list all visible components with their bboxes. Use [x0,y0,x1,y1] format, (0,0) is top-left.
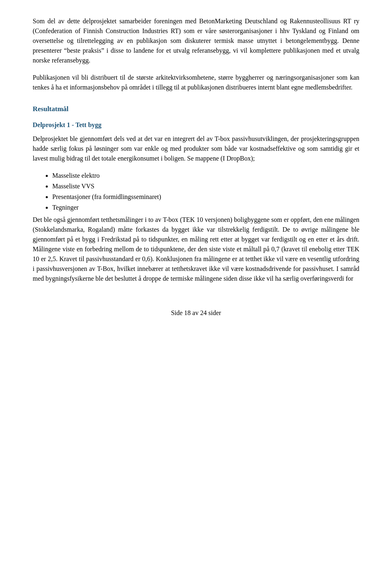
resultatmal-section: Resultatmål Delprosjekt 1 - Tett bygg De… [33,104,359,284]
resultatmal-heading: Resultatmål [33,104,359,114]
bullet-list: Masseliste elektro Masseliste VVS Presen… [52,171,359,212]
page-footer: Side 18 av 24 sider [33,308,359,318]
list-item: Masseliste VVS [52,181,359,191]
delprosjekt-paragraph2: Det ble også gjennomført tetthetsmålinge… [33,215,359,284]
list-item: Masseliste elektro [52,171,359,181]
list-item: Presentasjoner (fra formidlingsseminaret… [52,192,359,202]
page-number: Side 18 av 24 sider [171,309,221,316]
distribution-paragraph: Publikasjonen vil bli distribuert til de… [33,73,359,92]
delprosjekt-paragraph1: Delprosjektet ble gjennomført dels ved a… [33,134,359,163]
delprosjekt-heading: Delprosjekt 1 - Tett bygg [33,120,359,130]
list-item: Tegninger [52,203,359,212]
intro-paragraph: Som del av dette delprosjektet samarbeid… [33,16,359,65]
